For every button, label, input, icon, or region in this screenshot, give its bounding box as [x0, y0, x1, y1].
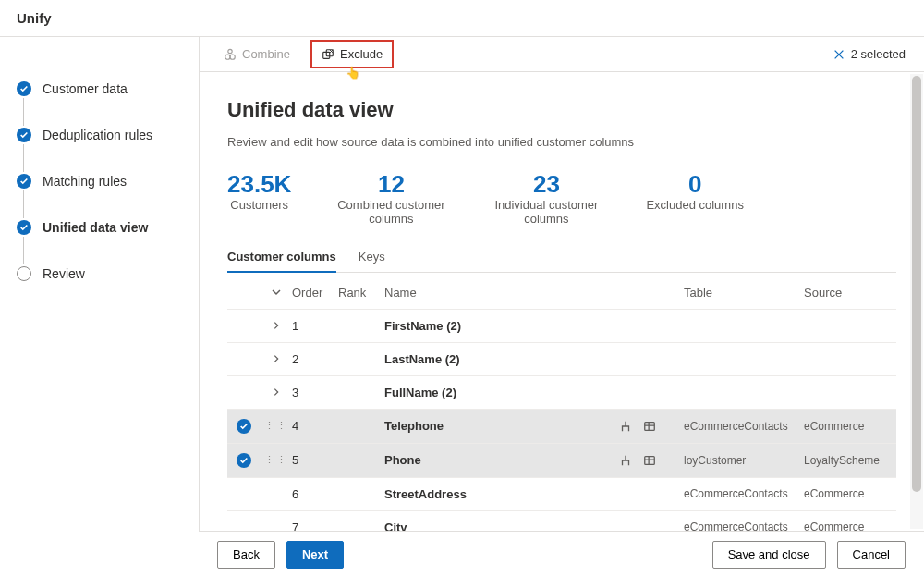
- step-review[interactable]: Review: [17, 266, 199, 281]
- main-panel: Combine Exclude 👆 2 selected Unified dat…: [199, 37, 924, 577]
- page-subtitle: Review and edit how source data is combi…: [227, 135, 896, 149]
- step-label: Unified data view: [43, 220, 148, 235]
- page-title: Unified data view: [227, 98, 896, 122]
- check-icon: [17, 81, 31, 96]
- content-area: Unified data view Review and edit how so…: [200, 72, 924, 577]
- wizard-steps: Customer data Deduplication rules Matchi…: [0, 37, 199, 577]
- svg-point-0: [225, 55, 230, 59]
- chevron-right-icon[interactable]: [272, 352, 281, 366]
- step-customer-data[interactable]: Customer data: [17, 81, 199, 96]
- svg-rect-6: [645, 456, 655, 464]
- table-row[interactable]: 1FirstName (2): [227, 310, 896, 343]
- tabs: Customer columns Keys: [227, 242, 896, 273]
- grip-icon[interactable]: ⋮⋮: [264, 420, 288, 432]
- check-icon: [17, 174, 31, 189]
- svg-point-2: [228, 49, 232, 53]
- scrollbar[interactable]: [910, 74, 923, 529]
- step-matching[interactable]: Matching rules: [17, 174, 199, 189]
- combine-icon: [224, 48, 237, 61]
- check-icon: [17, 220, 31, 235]
- table-row[interactable]: 3FullName (2): [227, 376, 896, 410]
- svg-rect-5: [645, 422, 655, 430]
- step-label: Review: [43, 266, 85, 281]
- check-icon: [17, 128, 31, 142]
- table-row[interactable]: ⋮⋮5PhoneloyCustomerLoyaltyScheme: [227, 444, 896, 478]
- stat-combined: 12Combined customer columns: [335, 171, 446, 226]
- step-unified-view[interactable]: Unified data view: [17, 220, 199, 235]
- grip-icon[interactable]: ⋮⋮: [264, 454, 288, 466]
- table-row[interactable]: 2LastName (2): [227, 343, 896, 376]
- step-label: Deduplication rules: [43, 128, 152, 142]
- cancel-button[interactable]: Cancel: [837, 541, 906, 569]
- toolbar: Combine Exclude 👆 2 selected: [200, 37, 924, 72]
- step-label: Customer data: [43, 81, 128, 96]
- page-header: Unify: [0, 0, 924, 37]
- tab-customer-columns[interactable]: Customer columns: [227, 242, 336, 273]
- tab-keys[interactable]: Keys: [359, 242, 385, 272]
- stat-excluded: 0Excluded columns: [646, 171, 744, 226]
- stats-row: 23.5KCustomers 12Combined customer colum…: [227, 171, 896, 226]
- circle-icon: [17, 266, 31, 281]
- combine-button[interactable]: Combine: [218, 43, 296, 65]
- app-title: Unify: [17, 10, 52, 26]
- next-button[interactable]: Next: [286, 541, 344, 569]
- step-deduplication[interactable]: Deduplication rules: [17, 128, 199, 142]
- close-icon: [833, 48, 845, 61]
- selection-count[interactable]: 2 selected: [833, 47, 906, 61]
- exclude-button[interactable]: Exclude 👆: [310, 40, 394, 68]
- stat-individual: 23Individual customer columns: [491, 171, 602, 226]
- exclude-icon: [322, 48, 334, 61]
- table-row[interactable]: 6StreetAddresseCommerceContactseCommerce: [227, 478, 896, 511]
- table-row[interactable]: ⋮⋮4TelephoneeCommerceContactseCommerce: [227, 410, 896, 444]
- svg-point-1: [230, 55, 235, 59]
- chevron-right-icon[interactable]: [272, 386, 281, 399]
- table-header: Order Rank Name Table Source: [227, 276, 896, 310]
- chevron-down-icon[interactable]: [271, 287, 282, 298]
- save-close-button[interactable]: Save and close: [712, 541, 826, 569]
- back-button[interactable]: Back: [217, 541, 275, 569]
- footer: Back Next Save and close Cancel: [199, 531, 924, 577]
- chevron-right-icon[interactable]: [272, 319, 281, 333]
- step-label: Matching rules: [43, 174, 127, 189]
- stat-customers: 23.5KCustomers: [227, 171, 291, 226]
